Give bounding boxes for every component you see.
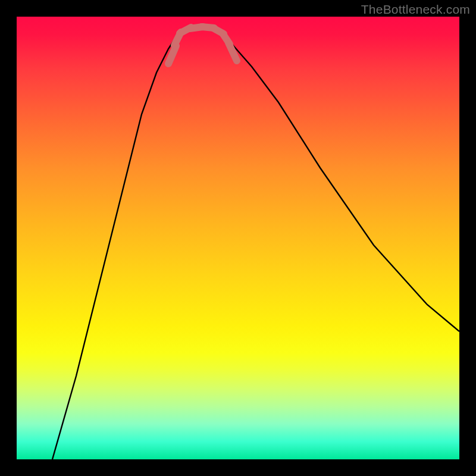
left-curve	[52, 32, 181, 459]
curve-layer	[17, 17, 459, 459]
valley-marker-segment	[228, 43, 237, 61]
watermark-text: TheBottleneck.com	[361, 2, 470, 17]
plot-area	[17, 17, 459, 459]
right-curve	[215, 32, 459, 331]
chart-frame: TheBottleneck.com	[0, 0, 476, 476]
valley-markers	[168, 27, 237, 64]
